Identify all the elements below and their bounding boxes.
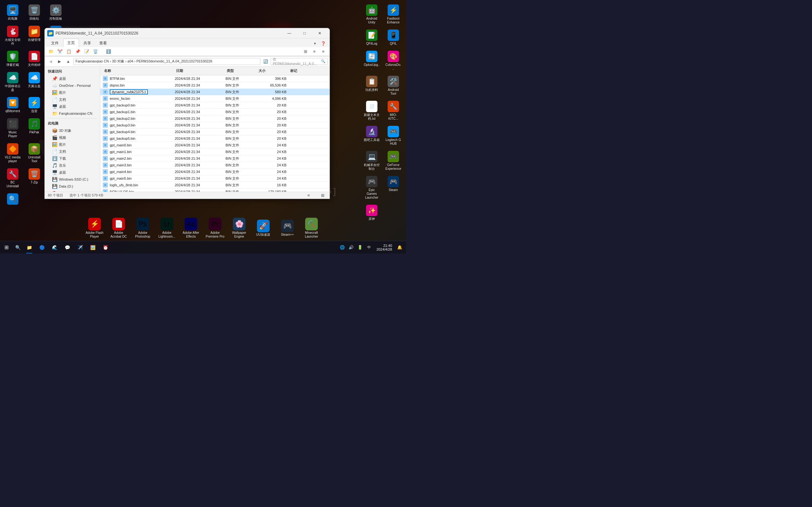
table-row[interactable]: B gpt_backup4.bin 2024/4/28 21:34 BIN 文件… <box>100 129 329 135</box>
sidebar-item-pictures1[interactable]: 🖼️ 图片 <box>46 89 99 96</box>
desktop-icon-recycle[interactable]: 🗑️ 回收站 <box>25 3 44 22</box>
refresh-button[interactable]: 🔄 <box>262 58 269 65</box>
taskbar-item-chrome[interactable]: 🔵 <box>36 241 48 253</box>
table-row[interactable]: B gpt_backup0.bin 2024/4/28 21:34 BIN 文件… <box>100 102 329 109</box>
table-row[interactable]: B 2024/4/28 21:34 BIN 文件 580 KB <box>100 89 329 95</box>
breadcrumb[interactable]: Fangkuaixiaoqiao CN › 3D 对象 › a04 › PERM… <box>73 58 260 65</box>
ribbon-sort-btn[interactable]: ≡ <box>310 48 318 55</box>
ribbon-properties-btn[interactable]: ℹ️ <box>105 48 112 55</box>
desktop-icon-everything[interactable]: 🔍 <box>3 192 22 207</box>
sidebar-item-onedrive[interactable]: ☁️ OneDrive - Personal <box>46 82 99 89</box>
desktop-icon-wanjiziliao[interactable]: 📋 玩机资料 <box>362 74 381 97</box>
bottom-icon-adobe-photoshop[interactable]: Ps Adobe Photoshop <box>131 216 154 240</box>
desktop-icon-popup-block[interactable]: 🛡️ 弹窗拦截 <box>3 49 22 68</box>
taskbar-item-telegram[interactable]: ✈️ <box>73 241 86 253</box>
search-box[interactable]: 在 PERM10domestic_11_A.0... 🔍 <box>270 58 328 65</box>
taskbar-item-wechat[interactable]: 💬 <box>61 241 73 253</box>
table-row[interactable]: B gpt_main4.bin 2024/4/28 21:34 BIN 文件 2… <box>100 169 329 175</box>
desktop-icon-file-shred[interactable]: 📄 文件粉碎 <box>25 49 44 68</box>
col-tag[interactable]: 标记 <box>289 68 327 74</box>
desktop-icon-music[interactable]: 🎵 PikPak <box>25 117 44 139</box>
col-date[interactable]: 日期 <box>175 68 225 74</box>
desktop-icon-rightkey[interactable]: 📁 右键管理 <box>25 24 44 47</box>
tray-volume-icon[interactable]: 🔊 <box>347 244 355 251</box>
ribbon-copy-btn[interactable]: 📋 <box>65 48 72 55</box>
col-size[interactable]: 大小 <box>257 68 289 74</box>
taskbar-item-photos[interactable]: 🖼️ <box>86 241 99 253</box>
desktop-icon-android-unity[interactable]: 🤖 Android Unity <box>362 3 381 26</box>
desktop-icon-txt-file[interactable]: 📄 新建文本文档.txt <box>362 100 381 122</box>
desktop-icon-colorosdo[interactable]: 🎨 ColorosDo... <box>384 49 403 72</box>
bottom-icon-uu[interactable]: 🚀 UU加速器 <box>252 218 275 238</box>
desktop-icon-qbittorrent[interactable]: 🔽 qBittorrent <box>3 96 22 114</box>
sidebar-item-downloads[interactable]: ⬇️ 下载 <box>46 155 99 162</box>
clock[interactable]: 21:40 2024/4/28 <box>374 241 395 254</box>
forward-button[interactable]: ▶ <box>55 58 63 65</box>
bottom-icon-adobe-after-effects[interactable]: Ae Adobe After Effects <box>180 216 202 240</box>
desktop-icon-fastboot[interactable]: ⚡ Fastboot Enhance <box>384 3 403 26</box>
table-row[interactable]: B NON-HLOS.bin 2024/4/28 21:34 BIN 文件 17… <box>100 188 329 192</box>
desktop-icon-tianyi[interactable]: ☁️ 天翼云盘 <box>25 71 44 93</box>
sidebar-item-desktop1[interactable]: 📌 桌面 <box>46 75 99 82</box>
taskbar-item-edge[interactable]: 🌊 <box>48 241 61 253</box>
table-row[interactable]: B gpt_backup3.bin 2024/4/28 21:34 BIN 文件… <box>100 122 329 129</box>
up-button[interactable]: ▲ <box>64 58 72 65</box>
bottom-icon-wallpaper-engine[interactable]: 🌸 Wallpaper Engine <box>228 216 251 240</box>
desktop-icon-uninstall[interactable]: 🔧 BC Uninstall <box>3 167 22 189</box>
table-row[interactable]: B gpt_main2.bin 2024/4/28 21:34 BIN 文件 2… <box>100 155 329 162</box>
ribbon-expand-btn[interactable]: ▼ <box>311 40 319 47</box>
sidebar-item-windows-ssd[interactable]: 💾 Windows-SSD (C:) <box>46 176 99 183</box>
desktop-icon-android-tool[interactable]: 🛠️ Android Tool <box>384 74 403 97</box>
desktop-icon-thunder[interactable]: ⚡ 迅雷 <box>25 96 44 114</box>
desktop-icon-vlc[interactable]: 🔶 VLC media player <box>3 142 22 164</box>
ribbon-filter-btn[interactable]: ≡ <box>319 48 327 55</box>
bottom-icon-adobe-lightroom[interactable]: Lr Adobe Lightroom... <box>155 216 178 240</box>
ribbon-help-btn[interactable]: ❓ <box>319 40 327 47</box>
sidebar-item-music[interactable]: 🎵 音乐 <box>46 162 99 169</box>
sidebar-item-data-d[interactable]: 💾 Data (D:) <box>46 183 99 190</box>
desktop-icon-tubagongju[interactable]: 🔬 图吧工具箱 <box>362 124 381 147</box>
table-row[interactable]: B gpt_backup5.bin 2024/4/28 21:34 BIN 文件… <box>100 135 329 142</box>
start-button[interactable]: ⊞ <box>0 241 13 254</box>
ribbon-tab-view[interactable]: 查看 <box>96 39 111 47</box>
sidebar-item-desktop2[interactable]: 🖥️ 桌面 <box>46 103 99 110</box>
col-type[interactable]: 类型 <box>225 68 257 74</box>
ribbon-delete-btn[interactable]: 🗑️ <box>92 48 99 55</box>
tray-network-icon[interactable]: 🌐 <box>339 244 346 251</box>
bottom-icon-minecraft-launcher[interactable]: ⛏️ Minecraft Launcher <box>300 216 323 240</box>
table-row[interactable]: B gpt_backup1.bin 2024/4/28 21:34 BIN 文件… <box>100 109 329 115</box>
table-row[interactable]: B gpt_main0.bin 2024/4/28 21:34 BIN 文件 2… <box>100 142 329 149</box>
sidebar-item-3dobjects[interactable]: 📦 3D 对象 <box>46 127 99 134</box>
tray-language-btn[interactable]: 中 <box>365 244 373 251</box>
taskbar-search-button[interactable]: 🔍 <box>13 241 23 254</box>
ribbon-tab-home[interactable]: 主页 <box>63 39 79 47</box>
desktop-icon-computer[interactable]: 🖥️ 此电脑 <box>3 3 22 22</box>
tray-notification-icon[interactable]: 🔔 <box>396 244 403 251</box>
minimize-button[interactable]: — <box>282 29 297 38</box>
table-row[interactable]: B gpt_main3.bin 2024/4/28 21:34 BIN 文件 2… <box>100 162 329 169</box>
back-button[interactable]: ◀ <box>47 58 54 65</box>
desktop-icon-pikpak[interactable]: 📦 Uninstall Tool <box>25 142 44 164</box>
file-name-edit[interactable] <box>110 89 148 95</box>
table-row[interactable]: B gpt_backup2.bin 2024/4/28 21:34 BIN 文件… <box>100 115 329 122</box>
close-button[interactable]: ✕ <box>312 29 327 38</box>
bottom-icon-adobe-acrobat-dc[interactable]: 📄 Adobe Acrobat DC <box>107 216 130 240</box>
sidebar-item-documents2[interactable]: 📄 文档 <box>46 148 99 155</box>
desktop-icon-logitech[interactable]: 🎮 Logitech G HUB <box>384 124 403 147</box>
col-name[interactable]: 名称 <box>103 68 175 74</box>
table-row[interactable]: B logfs_ufs_8mb.bin 2024/4/28 21:34 BIN … <box>100 182 329 188</box>
ribbon-tab-file[interactable]: 文件 <box>47 39 62 47</box>
desktop-icon-oplusupg[interactable]: 🔄 OplusUpg... <box>362 49 381 72</box>
ribbon-paste-btn[interactable]: 📌 <box>74 48 82 55</box>
taskbar-item-clock[interactable]: ⏰ <box>99 241 112 253</box>
sidebar-item-documents1[interactable]: 📄 文档 <box>46 96 99 103</box>
table-row[interactable]: B emmc_fw.bin 2024/4/28 21:34 BIN 文件 4,0… <box>100 95 329 102</box>
table-row[interactable]: B BTFM.bin 2024/4/28 21:34 BIN 文件 396 KB <box>100 75 329 82</box>
sidebar-item-videos[interactable]: 🎬 视频 <box>46 134 99 141</box>
table-row[interactable]: B gpt_main5.bin 2024/4/28 21:34 BIN 文件 2… <box>100 175 329 182</box>
view-grid-btn[interactable]: ⊞ <box>319 192 326 199</box>
tray-battery-icon[interactable]: 🔋 <box>356 244 364 251</box>
desktop-icon-epic[interactable]: 🎮 Epic Games Launcher <box>362 175 381 201</box>
sidebar-item-fangkui[interactable]: 📁 Fangkuaixiaoqiao CN <box>46 110 99 117</box>
ribbon-view-btn[interactable]: ⊞ <box>302 48 309 55</box>
